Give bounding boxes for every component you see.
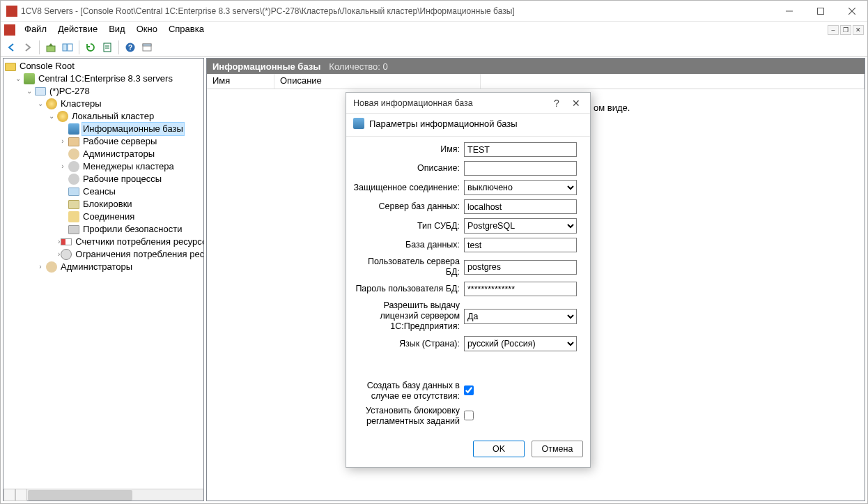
col-desc[interactable]: Описание — [274, 74, 481, 89]
database-icon — [353, 118, 364, 129]
show-scope-button[interactable] — [60, 40, 75, 55]
shield-icon — [68, 225, 79, 234]
close-button[interactable] — [836, 1, 867, 21]
body-hint-fragment: ом виде. — [594, 102, 630, 113]
tree-node-sec-profiles[interactable]: ›Профили безопасности — [3, 223, 203, 236]
mdi-close-button[interactable]: ✕ — [853, 25, 864, 35]
input-dbname[interactable] — [464, 238, 577, 252]
menu-view[interactable]: Вид — [103, 22, 131, 38]
dialog-close-button[interactable]: ✕ — [566, 96, 586, 111]
cancel-button[interactable]: Отмена — [532, 441, 583, 457]
column-headers: Имя Описание — [207, 74, 865, 89]
menubar-app-icon — [4, 24, 15, 36]
select-lang[interactable]: русский (Россия) — [464, 336, 577, 351]
col-spacer — [481, 74, 865, 89]
user-icon — [46, 261, 57, 273]
server-icon — [68, 137, 79, 146]
dialog-buttons: OK Отмена — [346, 435, 590, 467]
tree-node-connections[interactable]: ›Соединения — [3, 211, 203, 223]
tree-node-admins[interactable]: ›Администраторы — [3, 148, 203, 160]
label-dbname: База данных: — [353, 240, 464, 250]
detail-count: Количество: 0 — [329, 61, 387, 72]
menu-help[interactable]: Справка — [163, 22, 210, 38]
expand-icon[interactable]: › — [36, 262, 45, 272]
tree-node-infobases[interactable]: ›Информационные базы — [3, 123, 203, 135]
collapse-icon[interactable]: ⌄ — [47, 112, 56, 121]
forward-button[interactable] — [20, 40, 36, 55]
refresh-button[interactable] — [83, 40, 98, 55]
minimize-button[interactable] — [773, 1, 805, 21]
lock-icon — [68, 200, 79, 209]
select-license[interactable]: Да — [464, 309, 577, 324]
maximize-button[interactable] — [805, 1, 836, 21]
label-dbserver: Сервер баз данных: — [353, 201, 464, 212]
gear-icon — [68, 161, 79, 172]
select-secure[interactable]: выключено — [464, 180, 577, 195]
back-button[interactable] — [3, 40, 19, 55]
collapse-icon[interactable]: ⌄ — [24, 86, 34, 96]
detail-title: Информационные базы — [212, 61, 320, 72]
mdi-minimize-button[interactable]: – — [828, 25, 839, 35]
up-button[interactable] — [43, 40, 59, 55]
input-dbuser[interactable] — [464, 260, 577, 275]
tree-horizontal-scrollbar[interactable] — [3, 489, 203, 501]
properties-button[interactable] — [139, 40, 155, 55]
dialog-help-button[interactable]: ? — [547, 96, 566, 111]
svg-text:?: ? — [128, 44, 132, 52]
tree-node-pc[interactable]: ⌄(*)PC-278 — [3, 85, 203, 98]
menu-window[interactable]: Окно — [131, 22, 163, 38]
tree-node-clusters[interactable]: ⌄Кластеры — [3, 98, 203, 110]
help-button[interactable]: ? — [123, 40, 138, 55]
input-name[interactable] — [464, 142, 577, 157]
tree-node-work-processes[interactable]: ›Рабочие процессы — [3, 173, 203, 185]
select-dbtype[interactable]: PostgreSQL — [464, 218, 577, 234]
checkbox-lock-jobs[interactable] — [464, 411, 474, 420]
server-group-icon — [24, 73, 35, 84]
computer-icon — [35, 87, 46, 96]
input-dbserver[interactable] — [464, 199, 577, 214]
tree-node-consumption[interactable]: ›Счетчики потребления ресурсов — [3, 236, 203, 248]
tree-node-work-servers[interactable]: ›Рабочие серверы — [3, 135, 203, 148]
label-license: Разрешить выдачу лицензий сервером 1С:Пр… — [353, 300, 464, 332]
svg-rect-5 — [63, 44, 67, 51]
label-dbpass: Пароль пользователя БД: — [353, 284, 464, 294]
tree-node-root[interactable]: Console Root — [3, 60, 203, 72]
session-icon — [68, 188, 79, 196]
user-icon — [68, 148, 79, 160]
tree-node-locks[interactable]: ›Блокировки — [3, 198, 203, 211]
input-desc[interactable] — [464, 161, 577, 176]
ok-button[interactable]: OK — [473, 441, 525, 457]
limit-icon — [61, 249, 72, 260]
tree[interactable]: Console Root ⌄Central 1C:Enterprise 8.3 … — [3, 59, 203, 489]
scrollbar-thumb[interactable] — [28, 490, 132, 501]
tree-node-cluster-managers[interactable]: ›Менеджеры кластера — [3, 160, 203, 173]
menu-file[interactable]: Файл — [19, 22, 52, 38]
expand-icon[interactable]: › — [58, 162, 68, 171]
label-lock-jobs: Установить блокировку регламентных задан… — [353, 406, 464, 427]
connection-icon — [68, 211, 79, 222]
label-lang: Язык (Страна): — [353, 339, 464, 349]
label-name: Имя: — [353, 144, 464, 155]
tree-node-administrators[interactable]: ›Администраторы — [3, 261, 203, 273]
label-dbtype: Тип СУБД: — [353, 221, 464, 231]
label-create-db: Создать базу данных в случае ее отсутств… — [353, 381, 464, 402]
label-dbuser: Пользователь сервера БД: — [353, 257, 464, 277]
checkbox-create-db[interactable] — [464, 385, 474, 395]
dialog-section-header: Параметры информационной базы — [346, 114, 590, 137]
tree-node-limits[interactable]: ›Ограничения потребления ресурсов — [3, 248, 203, 261]
dialog-section-title: Параметры информационной базы — [369, 119, 518, 129]
mdi-restore-button[interactable]: ❐ — [840, 25, 851, 35]
collapse-icon[interactable]: ⌄ — [13, 74, 23, 84]
tree-node-servers[interactable]: ⌄Central 1C:Enterprise 8.3 servers — [3, 72, 203, 85]
expand-icon[interactable]: › — [58, 137, 68, 146]
menu-action[interactable]: Действие — [52, 22, 103, 38]
export-button[interactable] — [100, 40, 115, 55]
svg-rect-7 — [104, 43, 111, 52]
col-name[interactable]: Имя — [207, 74, 274, 89]
tree-node-local-cluster[interactable]: ⌄Локальный кластер — [3, 110, 203, 123]
input-dbpass[interactable] — [464, 282, 577, 296]
expand-icon[interactable]: › — [58, 237, 60, 247]
tree-node-sessions[interactable]: ›Сеансы — [3, 185, 203, 198]
expand-icon[interactable]: › — [58, 250, 60, 259]
collapse-icon[interactable]: ⌄ — [36, 99, 45, 109]
